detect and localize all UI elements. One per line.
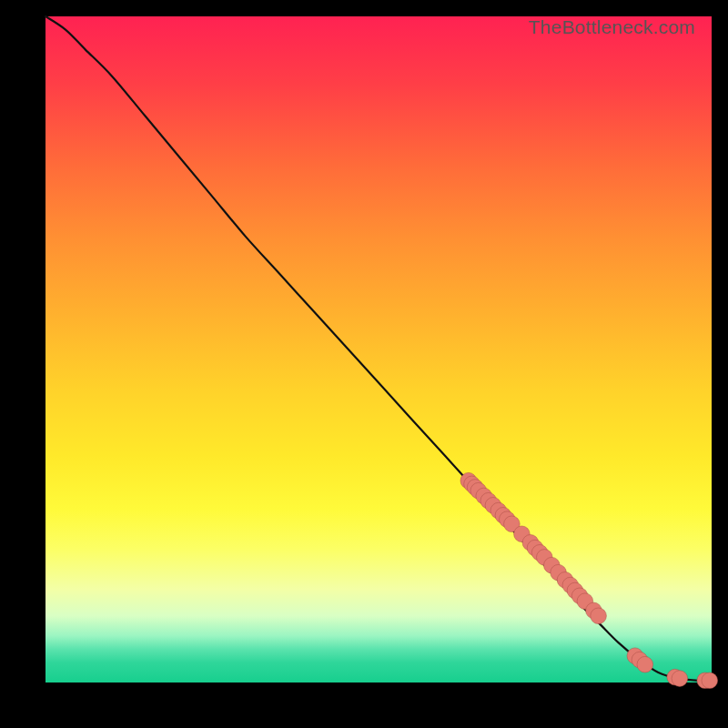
- data-point: [637, 656, 653, 672]
- data-point: [702, 672, 718, 689]
- chart-frame: TheBottleneck.com: [0, 0, 728, 728]
- data-point: [672, 671, 688, 687]
- chart-curve: [46, 16, 712, 681]
- data-point: [591, 608, 607, 624]
- plot-area: TheBottleneck.com: [46, 16, 712, 682]
- chart-points: [460, 472, 718, 688]
- chart-svg: [46, 16, 712, 682]
